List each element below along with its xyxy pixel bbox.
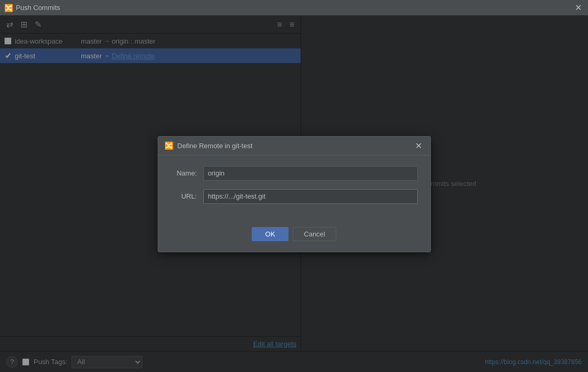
modal-body: Name: URL: (158, 156, 430, 223)
url-form-row: URL: (171, 189, 418, 204)
name-form-row: Name: (171, 166, 418, 181)
modal-icon: 🔀 (164, 141, 173, 150)
ok-button[interactable]: OK (252, 227, 288, 241)
app-icon: 🔀 (4, 4, 13, 12)
modal-title-bar: 🔀 Define Remote in git-test ✕ (158, 137, 430, 156)
modal-title-text: Define Remote in git-test (178, 142, 253, 150)
name-label: Name: (171, 169, 197, 177)
url-input[interactable] (203, 189, 418, 204)
modal-footer: OK Cancel (158, 223, 430, 252)
modal-close-button[interactable]: ✕ (413, 141, 424, 151)
title-bar: 🔀 Push Commits ✕ (0, 0, 588, 16)
define-remote-modal: 🔀 Define Remote in git-test ✕ Name: URL:… (158, 136, 431, 252)
name-input[interactable] (203, 166, 418, 181)
title-bar-left: 🔀 Push Commits (4, 4, 60, 12)
window-title: Push Commits (16, 4, 60, 12)
modal-title-left: 🔀 Define Remote in git-test (164, 141, 253, 150)
window-close-button[interactable]: ✕ (573, 3, 584, 13)
url-label: URL: (171, 192, 197, 200)
modal-overlay: 🔀 Define Remote in git-test ✕ Name: URL:… (0, 16, 588, 372)
cancel-button[interactable]: Cancel (293, 227, 336, 241)
